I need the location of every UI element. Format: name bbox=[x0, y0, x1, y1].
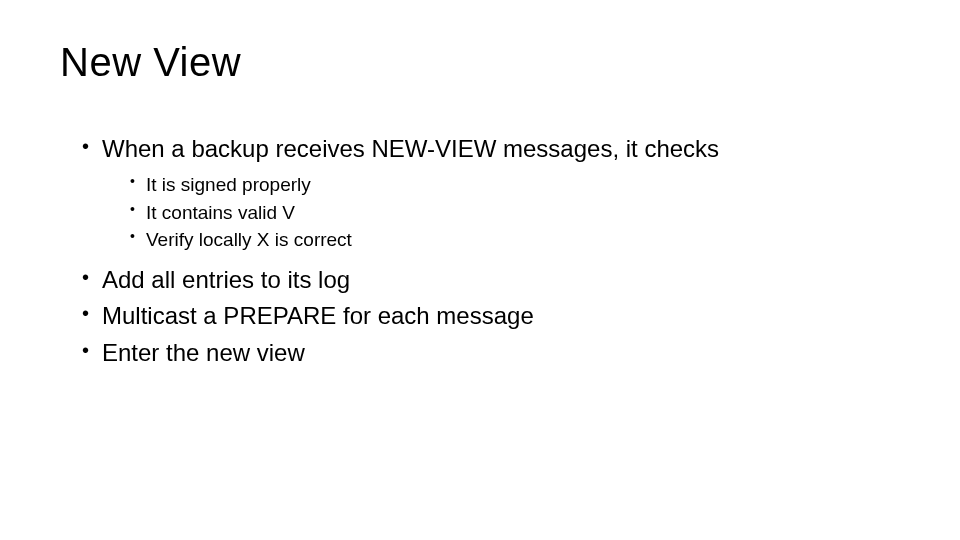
bullet-list-level2: It is signed properly It contains valid … bbox=[102, 171, 900, 254]
bullet-text: Add all entries to its log bbox=[102, 266, 350, 293]
bullet-text: Enter the new view bbox=[102, 339, 305, 366]
list-item: When a backup receives NEW-VIEW messages… bbox=[82, 133, 900, 254]
bullet-text: When a backup receives NEW-VIEW messages… bbox=[102, 135, 719, 162]
bullet-list-level1: When a backup receives NEW-VIEW messages… bbox=[60, 133, 900, 369]
list-item: Multicast a PREPARE for each message bbox=[82, 300, 900, 332]
list-item: Add all entries to its log bbox=[82, 264, 900, 296]
slide-title: New View bbox=[60, 40, 900, 85]
list-item: Verify locally X is correct bbox=[130, 226, 900, 254]
bullet-text: Multicast a PREPARE for each message bbox=[102, 302, 534, 329]
list-item: It contains valid V bbox=[130, 199, 900, 227]
list-item: It is signed properly bbox=[130, 171, 900, 199]
list-item: Enter the new view bbox=[82, 337, 900, 369]
bullet-text: It contains valid V bbox=[146, 202, 295, 223]
bullet-text: It is signed properly bbox=[146, 174, 311, 195]
bullet-text: Verify locally X is correct bbox=[146, 229, 352, 250]
